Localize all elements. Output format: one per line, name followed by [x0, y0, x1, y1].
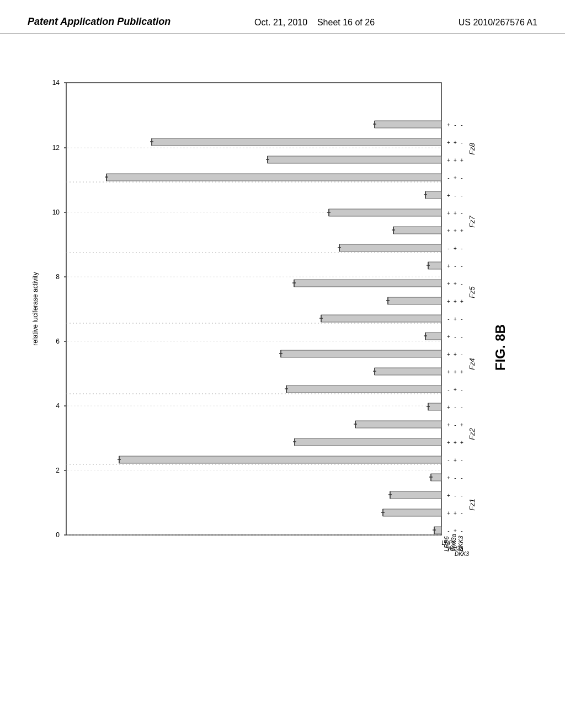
figure-label: FIG. 8B: [493, 324, 508, 371]
svg-text:+: +: [454, 175, 457, 181]
svg-text:+: +: [454, 316, 457, 322]
svg-text:-: -: [461, 175, 462, 181]
patent-number: US 2010/267576 A1: [459, 15, 537, 28]
page-header: Patent Application Publication Oct. 21, …: [0, 0, 565, 34]
svg-text:+: +: [447, 228, 450, 234]
svg-text:+: +: [447, 122, 450, 128]
svg-text:+: +: [460, 422, 463, 428]
bar-fz7-row4: [425, 191, 441, 199]
pm-fz1-r4-lrp6: +: [447, 475, 450, 481]
bar-fz4-row3: [281, 350, 441, 357]
svg-text:+: +: [454, 369, 457, 375]
svg-text:-: -: [461, 457, 462, 463]
svg-text:-: -: [461, 245, 462, 251]
svg-text:+: +: [454, 440, 457, 446]
svg-text:-: -: [461, 316, 462, 322]
svg-text:-: -: [461, 122, 462, 128]
svg-text:+: +: [447, 281, 450, 287]
svg-text:+: +: [454, 351, 457, 357]
y-tick-14: 14: [52, 79, 60, 87]
bar-fz5-row3: [294, 280, 441, 287]
svg-text:-: -: [454, 192, 456, 199]
svg-text:-: -: [454, 263, 456, 269]
svg-text:-: -: [454, 122, 456, 128]
svg-text:+: +: [454, 228, 457, 234]
y-tick-12: 12: [52, 144, 60, 152]
svg-text:+: +: [447, 140, 450, 146]
svg-text:+: +: [460, 440, 463, 446]
bar-fz2-row1: [119, 456, 441, 463]
svg-text:-: -: [447, 457, 449, 463]
svg-text:-: -: [447, 316, 449, 322]
bar-fz4-row1: [286, 386, 441, 393]
svg-text:+: +: [460, 228, 463, 234]
pm-fz1-r2-dkk: -: [461, 510, 462, 516]
group-label-fz4: Fz4: [468, 358, 476, 370]
svg-text:+: +: [447, 404, 450, 410]
pm-fz1-r4-wnt: -: [454, 475, 456, 481]
pm-r1-wnt: +: [454, 528, 457, 534]
y-tick-2: 2: [56, 467, 60, 474]
svg-text:+: +: [460, 369, 463, 375]
svg-text:-: -: [447, 245, 449, 251]
svg-text:+: +: [447, 263, 450, 269]
svg-text:+: +: [447, 369, 450, 375]
svg-text:-: -: [447, 175, 449, 181]
svg-text:+: +: [460, 298, 463, 304]
y-tick-0: 0: [56, 531, 60, 539]
svg-text:-: -: [447, 387, 449, 393]
y-axis-title: relative luciferase activity: [31, 272, 39, 345]
bar-fz1-row2: [383, 509, 441, 516]
svg-text:+: +: [447, 157, 450, 163]
svg-text:+: +: [447, 210, 450, 216]
bar-fz2-row4: [428, 403, 441, 410]
bar-fz5-row2: [388, 297, 441, 304]
y-tick-6: 6: [56, 338, 60, 345]
bar-fz7-row2: [393, 227, 441, 234]
svg-text:+: +: [454, 140, 457, 146]
bar-fz8-row3: [152, 138, 441, 146]
svg-text:+: +: [454, 298, 457, 304]
pm-r1-dkk: -: [461, 528, 462, 534]
svg-rect-0: [66, 83, 441, 535]
legend-dkk3: DKK3: [457, 535, 464, 552]
legend-lrp6: LRP6: [443, 536, 450, 552]
group-label-fz7: Fz7: [468, 215, 476, 227]
svg-text:-: -: [461, 404, 462, 410]
group-label-fz2: Fz2: [468, 427, 476, 440]
bar-fz7-row3: [329, 209, 441, 216]
svg-text:-: -: [461, 140, 462, 146]
svg-text:-: -: [454, 404, 456, 410]
group-label-fz8: Fz8: [468, 142, 476, 154]
bar-fz4-row2: [375, 368, 441, 375]
svg-text:+: +: [447, 440, 450, 446]
y-tick-8: 8: [56, 273, 60, 281]
svg-text:+: +: [454, 387, 457, 393]
svg-text:-: -: [461, 387, 462, 393]
svg-text:+: +: [454, 281, 457, 287]
svg-text:+: +: [454, 210, 457, 216]
svg-text:-: -: [454, 422, 456, 428]
bar-fz5-row4: [428, 262, 441, 269]
svg-text:-: -: [461, 210, 462, 216]
chart-area: 0 2 4 6 8 10 12 14 relative luciferase a…: [28, 72, 524, 651]
svg-text:+: +: [454, 157, 457, 163]
svg-text:+: +: [447, 422, 450, 428]
y-tick-10: 10: [52, 208, 60, 216]
chart-svg: 0 2 4 6 8 10 12 14 relative luciferase a…: [28, 72, 524, 651]
svg-text:-: -: [461, 281, 462, 287]
publication-date: Oct. 21, 2010 Sheet 16 of 26: [254, 15, 375, 28]
svg-text:+: +: [447, 351, 450, 357]
group-label-fz5: Fz5: [468, 286, 476, 298]
legend-wnt3a: Wnt3a: [450, 534, 457, 552]
svg-text:+: +: [460, 157, 463, 163]
publication-title: Patent Application Publication: [28, 15, 170, 28]
group-label-fz1: Fz1: [468, 499, 476, 511]
svg-text:+: +: [447, 334, 450, 340]
pm-fz1-r3-wnt: -: [454, 493, 456, 499]
bar-fz1-row3: [390, 491, 441, 499]
pm-fz1-r4-dkk: -: [461, 475, 462, 481]
bar-fz8-row2: [268, 156, 441, 163]
svg-text:-: -: [461, 351, 462, 357]
svg-text:+: +: [454, 245, 457, 251]
